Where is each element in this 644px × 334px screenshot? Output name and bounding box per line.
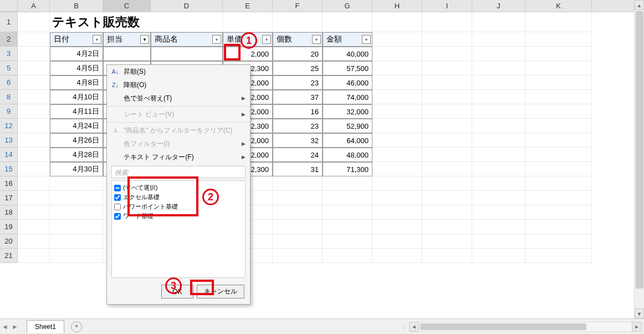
col-header-J[interactable]: J	[472, 0, 525, 12]
cell[interactable]	[18, 32, 50, 47]
row-header[interactable]: 21	[0, 249, 18, 263]
filter-button[interactable]	[312, 35, 321, 44]
tab-nav-prev[interactable]: ◄	[0, 323, 10, 331]
cell[interactable]	[273, 191, 323, 205]
header-date[interactable]: 日付	[50, 32, 103, 47]
filter-button[interactable]	[93, 35, 101, 44]
check-item[interactable]: ワード基礎	[114, 211, 243, 221]
cell-amount[interactable]: 64,000	[323, 133, 372, 148]
cell[interactable]	[422, 32, 472, 47]
cell[interactable]	[472, 148, 525, 162]
cell[interactable]	[372, 61, 422, 75]
cell-qty[interactable]: 23	[273, 75, 323, 90]
row-header[interactable]: 18	[0, 205, 18, 220]
cell[interactable]	[223, 12, 273, 32]
cell-date[interactable]: 4月11日	[50, 104, 103, 119]
cell-date[interactable]: 4月26日	[50, 133, 103, 148]
row-header[interactable]: 3	[0, 47, 18, 61]
check-select-all[interactable]: document.currentScript.previousElementSi…	[114, 183, 243, 193]
row-header[interactable]: 12	[0, 119, 18, 133]
cell[interactable]	[18, 176, 50, 191]
cell[interactable]	[50, 249, 103, 263]
cell[interactable]	[18, 75, 50, 90]
cell-qty[interactable]: 37	[273, 90, 323, 104]
cell[interactable]	[18, 61, 50, 75]
cell[interactable]	[525, 148, 592, 162]
sort-descending[interactable]: Z↓降順(O)	[107, 78, 250, 92]
cell[interactable]	[372, 104, 422, 119]
cell[interactable]	[525, 133, 592, 148]
cell[interactable]	[525, 32, 592, 47]
cell[interactable]	[372, 32, 422, 47]
row-header[interactable]: 8	[0, 90, 18, 104]
row-header[interactable]: 14	[0, 148, 18, 162]
cell[interactable]	[273, 176, 323, 191]
vertical-scrollbar[interactable]: ▲ ▼	[634, 0, 644, 318]
cell[interactable]	[18, 12, 50, 32]
filter-button-active[interactable]: ▼	[140, 35, 149, 44]
cell[interactable]	[472, 104, 525, 119]
sheet-tab[interactable]: Sheet1	[27, 320, 64, 333]
col-header-E[interactable]: E	[223, 0, 273, 12]
row-header[interactable]: 1	[0, 12, 18, 32]
col-header-B[interactable]: B	[50, 0, 103, 12]
cell-qty[interactable]: 25	[273, 61, 323, 75]
cell[interactable]	[422, 191, 472, 205]
cell[interactable]	[525, 205, 592, 220]
checkbox[interactable]	[114, 204, 121, 210]
cell[interactable]	[18, 205, 50, 220]
check-item[interactable]: エクセル基礎	[114, 193, 243, 202]
scroll-thumb[interactable]	[420, 323, 586, 330]
cell[interactable]	[422, 47, 472, 61]
header-amount[interactable]: 金額	[323, 32, 372, 47]
scroll-thumb[interactable]	[636, 11, 643, 289]
row-header[interactable]: 2	[0, 32, 18, 47]
cell-amount[interactable]: 52,900	[323, 119, 372, 133]
cell[interactable]	[18, 119, 50, 133]
cell[interactable]	[372, 176, 422, 191]
checkbox[interactable]	[114, 194, 121, 201]
horizontal-scrollbar[interactable]: ⋮ ◄ ►	[398, 322, 642, 332]
checkbox[interactable]	[114, 185, 121, 191]
col-header-K[interactable]: K	[525, 0, 592, 12]
row-header[interactable]: 19	[0, 220, 18, 234]
filter-button-product[interactable]	[212, 35, 221, 44]
cell[interactable]	[372, 90, 422, 104]
cell[interactable]	[372, 205, 422, 220]
cell[interactable]	[372, 220, 422, 234]
text-filter[interactable]: テキスト フィルター(F)▶	[107, 150, 250, 164]
cell[interactable]	[472, 90, 525, 104]
cell-product[interactable]	[151, 47, 223, 61]
cell[interactable]	[18, 249, 50, 263]
cell[interactable]	[422, 148, 472, 162]
cell[interactable]	[50, 191, 103, 205]
cell-qty[interactable]: 23	[273, 119, 323, 133]
cell-date[interactable]: 4月24日	[50, 119, 103, 133]
cell[interactable]	[422, 249, 472, 263]
cell[interactable]	[472, 32, 525, 47]
cell[interactable]	[422, 133, 472, 148]
cell[interactable]	[323, 12, 372, 32]
row-header[interactable]: 9	[0, 104, 18, 119]
row-header[interactable]: 6	[0, 75, 18, 90]
cell[interactable]	[18, 47, 50, 61]
header-product[interactable]: 商品名	[151, 32, 223, 47]
cell-date[interactable]: 4月28日	[50, 148, 103, 162]
cell-staff[interactable]	[103, 47, 151, 61]
col-header-F[interactable]: F	[273, 0, 323, 12]
cell[interactable]	[273, 205, 323, 220]
cell[interactable]	[422, 234, 472, 249]
cell[interactable]	[18, 162, 50, 176]
cell-amount[interactable]: 57,500	[323, 61, 372, 75]
cell[interactable]	[422, 90, 472, 104]
cell[interactable]	[18, 191, 50, 205]
cell[interactable]	[525, 104, 592, 119]
cell[interactable]	[472, 205, 525, 220]
cell-date[interactable]: 4月8日	[50, 75, 103, 90]
cell[interactable]	[525, 90, 592, 104]
cancel-button[interactable]: キャンセル	[197, 285, 244, 298]
cell-date[interactable]: 4月2日	[50, 47, 103, 61]
cell[interactable]	[525, 47, 592, 61]
cell[interactable]	[422, 205, 472, 220]
row-header[interactable]: 5	[0, 61, 18, 75]
